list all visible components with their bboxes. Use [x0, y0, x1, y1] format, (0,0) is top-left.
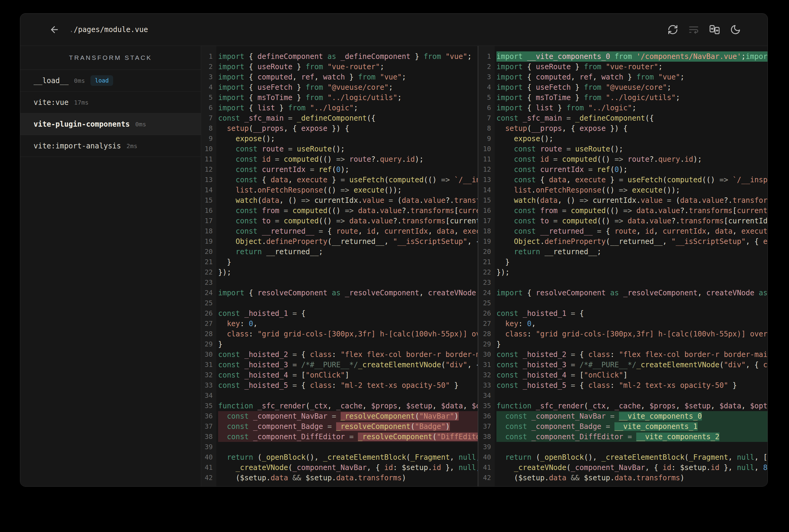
line-number: 13: [478, 175, 491, 185]
compare-panes-icon: [709, 24, 720, 35]
code-line: class: "grid grid-cols-[300px,3fr] h-[ca…: [218, 329, 478, 339]
code-line: return __returned__;: [496, 247, 768, 257]
line-number: 39: [478, 442, 491, 452]
code-line: const _component_DiffEditor = __vite_com…: [496, 432, 768, 442]
line-number: 31: [201, 360, 213, 370]
code-line: import { msToTime } from "../logic/utils…: [496, 93, 768, 103]
plugin-name: vite:import-analysis: [34, 142, 121, 150]
line-number: 35: [478, 401, 491, 411]
line-number: 9: [478, 134, 491, 144]
code-line: const _component_Badge = __vite_componen…: [496, 421, 768, 432]
line-number: 30: [478, 349, 491, 360]
line-number: 41: [201, 462, 213, 473]
transformed-code-pane: 1234567891011121314151617181920212223242…: [478, 46, 768, 486]
line-number: 20: [201, 247, 213, 257]
code-line: [218, 278, 478, 288]
code-line: import { useRoute } from "vue-router";: [496, 62, 768, 72]
code-line: const __returned__ = { route, id, curren…: [218, 226, 478, 236]
line-number: 25: [478, 298, 491, 308]
line-number: 8: [478, 123, 491, 134]
original-code-editor[interactable]: import { defineComponent as _defineCompo…: [216, 46, 478, 486]
line-number: 19: [478, 236, 491, 247]
line-number: 13: [201, 175, 213, 185]
line-number: 39: [201, 442, 213, 452]
code-line: const _component_NavBar = __vite_compone…: [496, 411, 768, 421]
plugin-time: 2ms: [126, 142, 137, 150]
arrow-left-icon: [49, 24, 60, 35]
code-line: const { data, execute } = useFetch(compu…: [218, 175, 478, 185]
line-number-gutter: 1234567891011121314151617181920212223242…: [201, 46, 216, 486]
line-number: 8: [201, 123, 213, 134]
line-number: 38: [478, 432, 491, 442]
code-line: const _component_Badge = _resolveCompone…: [218, 421, 478, 432]
line-number: 30: [201, 349, 213, 360]
line-number: 4: [201, 82, 213, 93]
line-number: 5: [201, 93, 213, 103]
line-number: 25: [201, 298, 213, 308]
code-line: import { useFetch } from "@vueuse/core";: [496, 82, 768, 93]
line-number: 1: [478, 51, 491, 62]
code-line: const currentIdx = ref(0);: [218, 165, 478, 175]
code-line: watch(data, () => currentIdx.value = (da…: [496, 195, 768, 206]
line-number: 26: [478, 308, 491, 319]
code-line: const to = computed(() => data.value?.tr…: [218, 216, 478, 226]
line-number: 2: [201, 62, 213, 72]
line-number-gutter: 1234567891011121314151617181920212223242…: [478, 46, 495, 486]
line-number: 19: [201, 236, 213, 247]
back-button[interactable]: [49, 24, 60, 35]
code-line: const _hoisted_2 = { class: "flex flex-c…: [496, 349, 768, 360]
original-code-pane: 1234567891011121314151617181920212223242…: [201, 46, 478, 486]
code-line: import { defineComponent as _defineCompo…: [218, 51, 478, 62]
line-number: 14: [201, 185, 213, 195]
transform-stack-item[interactable]: __load__0msload: [20, 70, 201, 92]
transform-stack-item[interactable]: vite:import-analysis2ms: [20, 135, 201, 157]
code-line: ($setup.data && $setup.data.transforms): [496, 473, 768, 483]
line-number: 1: [201, 51, 213, 62]
code-line: const _hoisted_3 = /*#__PURE__*/_createE…: [218, 360, 478, 370]
code-line: const _hoisted_4 = ["onClick"]: [496, 370, 768, 380]
wrap-lines-button[interactable]: [688, 24, 699, 35]
code-line: _createVNode(_component_NavBar, { id: $s…: [218, 462, 478, 473]
code-line: const route = useRoute();: [218, 144, 478, 154]
code-line: ($setup.data && $setup.data.transforms): [218, 473, 478, 483]
compare-panes-button[interactable]: [709, 24, 720, 35]
code-line: const from = computed(() => data.value?.…: [218, 206, 478, 216]
plugin-time: 0ms: [135, 120, 146, 128]
code-line: const _sfc_main = _defineComponent({: [218, 113, 478, 123]
transformed-code-editor[interactable]: import __vite_components_0 from '/compon…: [495, 46, 768, 486]
line-number: 21: [201, 257, 213, 267]
line-number: 12: [201, 165, 213, 175]
line-number: 7: [201, 113, 213, 123]
line-number: 9: [201, 134, 213, 144]
transform-stack-item[interactable]: vite:vue17ms: [20, 92, 201, 113]
dark-mode-button[interactable]: [730, 24, 741, 35]
transform-stack-item[interactable]: vite-plugin-components0ms: [20, 113, 201, 135]
refresh-button[interactable]: [667, 24, 678, 35]
code-line: expose();: [218, 134, 478, 144]
line-number: 6: [201, 103, 213, 113]
code-line: const _component_NavBar = _resolveCompon…: [218, 411, 478, 421]
code-line: }: [496, 257, 768, 267]
line-number: 5: [478, 93, 491, 103]
code-line: import { msToTime } from "../logic/utils…: [218, 93, 478, 103]
code-line: [496, 298, 768, 308]
code-line: const _hoisted_5 = { class: "ml-2 text-x…: [218, 380, 478, 391]
code-line: const currentIdx = ref(0);: [496, 165, 768, 175]
line-number: 23: [478, 278, 491, 288]
line-number: 24: [478, 288, 491, 298]
line-number: 15: [478, 195, 491, 206]
code-line: import { computed, ref, watch } from "vu…: [218, 72, 478, 82]
line-number: 10: [201, 144, 213, 154]
code-line: [218, 391, 478, 401]
diff-panes: 1234567891011121314151617181920212223242…: [201, 46, 768, 486]
code-line: list.onFetchResponse(() => execute());: [218, 185, 478, 195]
code-line: function _sfc_render(_ctx, _cache, $prop…: [496, 401, 768, 411]
line-number: 14: [478, 185, 491, 195]
code-line: const route = useRoute();: [496, 144, 768, 154]
code-line: [496, 391, 768, 401]
code-line: setup(__props, { expose }) {: [218, 123, 478, 134]
code-line: const to = computed(() => data.value?.tr…: [496, 216, 768, 226]
line-number: 16: [478, 206, 491, 216]
line-number: 20: [478, 247, 491, 257]
line-number: 33: [478, 380, 491, 391]
